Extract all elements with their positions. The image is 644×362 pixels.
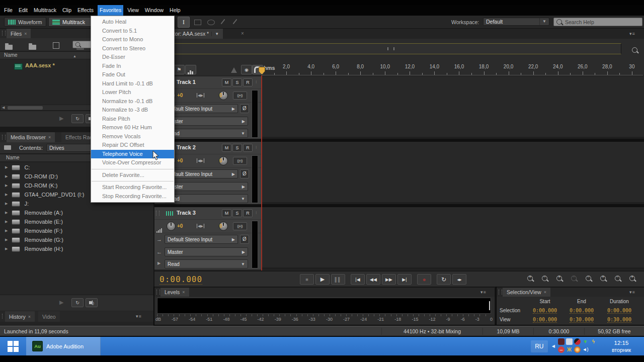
loop-playback-button[interactable]: ↻ — [437, 274, 451, 285]
playback-time-display[interactable]: 0:00.000 — [159, 275, 202, 285]
track-output-dropdown[interactable]: Master ▶ — [165, 182, 248, 191]
close-icon[interactable]: × — [182, 290, 185, 295]
track-name[interactable]: Track 2 — [177, 144, 196, 150]
track-input-dropdown[interactable]: Default Stereo Input ▶ — [165, 235, 238, 244]
media-browser-tab[interactable]: Media Browser× — [7, 132, 55, 142]
volume-knob[interactable] — [167, 222, 176, 231]
metronome-icon[interactable] — [231, 67, 237, 73]
pause-button[interactable]: ▌▌ — [331, 274, 345, 285]
scrollbar-handle[interactable] — [8, 106, 43, 110]
time-value-field[interactable]: 0:30.000 — [564, 317, 599, 322]
rewind-button[interactable]: ◀◀ — [366, 274, 380, 285]
skip-selection-button[interactable]: ◂▸ — [452, 274, 466, 285]
mute-button[interactable]: M — [222, 144, 231, 152]
open-file-icon[interactable] — [5, 45, 13, 50]
taskbar-app-button[interactable]: Au Adobe Audition — [26, 337, 101, 355]
favorites-menu-item[interactable]: Convert to 5.1 — [91, 27, 174, 36]
panel-menu-icon[interactable]: ▾≡ — [136, 314, 142, 319]
zoom-in-selection-button[interactable]: + — [556, 276, 562, 281]
favorites-menu-item[interactable]: Auto Heal — [91, 18, 174, 27]
tray-agent-icon[interactable] — [574, 346, 581, 353]
track-input-dropdown[interactable]: Default Stereo Input ▶ — [165, 169, 238, 178]
menu-item-multitrack[interactable]: Multitrack — [32, 5, 58, 16]
new-item-icon[interactable] — [53, 42, 59, 49]
record-button[interactable]: ● — [417, 274, 431, 285]
levels-tab[interactable]: Levels× — [160, 288, 189, 297]
time-selection-tool-button[interactable]: I — [178, 17, 190, 28]
track-output-dropdown[interactable]: Master ▶ — [165, 247, 248, 256]
timeline-ruler[interactable]: hms 2,04,06,08,010,012,014,016,018,020,0… — [262, 63, 643, 75]
zoom-out-selection-button[interactable]: − — [571, 276, 577, 281]
multitrack-view-button[interactable]: Multitrack — [48, 17, 93, 27]
tray-app-icon[interactable] — [558, 338, 565, 345]
mute-button[interactable]: M — [222, 78, 231, 86]
arm-record-button[interactable]: R — [243, 78, 253, 86]
time-value[interactable]: 0:00.000 — [533, 308, 557, 314]
track-grip-icon[interactable] — [156, 211, 159, 216]
monitor-input-button[interactable]: ((•)) — [233, 157, 247, 165]
track-lane[interactable] — [262, 142, 644, 204]
file-name[interactable]: AAA.sesx * — [25, 62, 55, 68]
marquee-tool-icon[interactable] — [194, 20, 201, 25]
expander-icon[interactable]: ▶ — [5, 165, 8, 169]
stop-button[interactable]: ■ — [300, 274, 314, 285]
menu-item-file[interactable]: File — [2, 5, 15, 16]
menu-item-effects[interactable]: Effects — [75, 5, 96, 16]
panel-grip-icon[interactable] — [2, 135, 6, 140]
favorites-menu-item[interactable]: Raise Pitch — [91, 115, 174, 124]
automation-mode-dropdown[interactable]: Read ▼ — [165, 129, 248, 138]
tray-connect-icon[interactable]: ϟ — [590, 338, 597, 345]
marker-button[interactable]: ⚑ — [174, 65, 185, 74]
taskbar-clock[interactable]: 12:15 вторник — [602, 339, 641, 353]
expander-icon[interactable]: ▶ — [5, 193, 8, 197]
expander-icon[interactable]: ▶ — [5, 184, 8, 188]
mixer-button[interactable] — [185, 65, 196, 74]
zoom-in-amplitude-button[interactable]: + — [600, 276, 606, 281]
zoom-reset-button[interactable]: − — [586, 276, 591, 281]
tray-recorder-icon[interactable] — [574, 338, 581, 345]
track-name[interactable]: Track 3 — [177, 210, 196, 216]
zoom-out-button[interactable]: − — [542, 276, 547, 281]
solo-button[interactable]: S — [232, 144, 242, 152]
drive-list-item[interactable]: ▶Removable (A:) — [0, 208, 153, 217]
close-icon[interactable]: × — [24, 31, 27, 36]
start-button[interactable] — [0, 337, 26, 355]
zoom-full-button[interactable]: + — [629, 276, 635, 281]
favorites-menu-item[interactable]: Repair DC Offset — [91, 141, 174, 150]
tray-update-icon[interactable]: ▼ — [582, 338, 589, 345]
expander-icon[interactable]: ▶ — [5, 202, 8, 206]
drive-list-item[interactable]: ▶Removable (H:) — [0, 244, 153, 253]
files-tab[interactable]: Files× — [7, 29, 31, 38]
automation-mode-dropdown[interactable]: Read ▼ — [165, 194, 248, 203]
menu-item-help[interactable]: Help — [168, 5, 183, 16]
arm-record-button[interactable]: R — [243, 144, 253, 152]
close-icon[interactable]: × — [544, 290, 546, 295]
name-column-header[interactable]: Name — [4, 52, 18, 59]
waveform-view-button[interactable]: Waveform — [4, 17, 46, 27]
tray-network-icon[interactable] — [566, 338, 573, 345]
zoom-in-button[interactable]: + — [527, 276, 533, 281]
track-output-dropdown[interactable]: Master ▶ — [165, 117, 248, 126]
import-file-icon[interactable] — [29, 45, 36, 50]
paintbrush-tool-icon[interactable] — [221, 19, 225, 25]
workspace-dropdown[interactable]: Default ▼ — [483, 18, 549, 26]
drive-list-item[interactable]: ▶Removable (G:) — [0, 235, 153, 244]
volume-value[interactable]: +0 — [177, 158, 183, 163]
favorites-menu-item[interactable]: Voice-Over Compressor — [91, 158, 174, 167]
solo-button[interactable]: S — [232, 209, 242, 217]
time-value[interactable]: 0:00.000 — [570, 308, 594, 314]
drive-list-item[interactable]: ▶Removable (E:) — [0, 217, 153, 226]
panel-grip-icon[interactable] — [499, 290, 502, 295]
sort-ascending-icon[interactable]: ▲ — [73, 53, 76, 60]
loop-preview-button[interactable]: ↻ — [71, 114, 84, 123]
zoom-navigator-bar[interactable] — [174, 43, 621, 54]
scroll-left-icon[interactable]: ◀ — [2, 106, 5, 110]
favorites-menu-item[interactable]: Convert to Stereo — [91, 44, 174, 53]
menu-item-favorites[interactable]: Favorites — [98, 5, 123, 16]
favorites-menu-item-record[interactable]: Start Recording Favorite... — [91, 183, 174, 192]
favorites-menu-item[interactable]: Fade Out — [91, 70, 174, 79]
panel-grip-icon[interactable] — [2, 31, 6, 36]
phase-button[interactable]: Ø — [240, 235, 249, 244]
favorites-menu-item[interactable]: Lower Pitch — [91, 88, 174, 97]
search-help-box[interactable] — [553, 18, 642, 26]
